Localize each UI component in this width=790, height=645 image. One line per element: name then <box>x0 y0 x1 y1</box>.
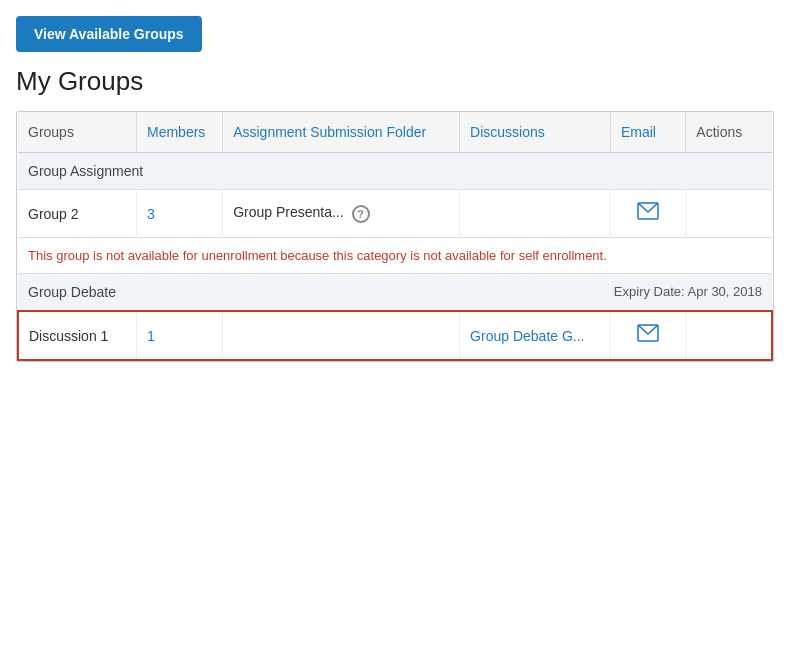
discussion1-discussions-link[interactable]: Group Debate G... <box>470 328 584 344</box>
col-header-members: Members <box>136 112 222 153</box>
table-row-group2: Group 2 3 Group Presenta... ? <box>18 190 772 238</box>
col-header-groups: Groups <box>18 112 136 153</box>
group2-name-cell: Group 2 <box>18 190 136 238</box>
category-debate-name: Group Debate <box>28 284 116 300</box>
discussion1-assignment-cell <box>223 311 460 360</box>
discussion1-members-cell[interactable]: 1 <box>136 311 222 360</box>
group2-assignment-cell: Group Presenta... ? <box>223 190 460 238</box>
col-header-discussions: Discussions <box>460 112 611 153</box>
page-title: My Groups <box>16 66 774 97</box>
discussion1-email-cell[interactable] <box>610 311 685 360</box>
group2-members-cell[interactable]: 3 <box>136 190 222 238</box>
category-label-group-debate: Group Debate Expiry Date: Apr 30, 2018 <box>18 274 772 312</box>
discussion1-discussions-cell[interactable]: Group Debate G... <box>460 311 611 360</box>
col-header-actions: Actions <box>686 112 772 153</box>
groups-table-container: Groups Members Assignment Submission Fol… <box>16 111 774 362</box>
col-header-email: Email <box>610 112 685 153</box>
help-icon[interactable]: ? <box>352 205 370 223</box>
discussion1-members-link[interactable]: 1 <box>147 328 155 344</box>
group2-assignment-text: Group Presenta... <box>233 204 344 220</box>
group2-members-link[interactable]: 3 <box>147 206 155 222</box>
group2-email-icon[interactable] <box>637 204 659 224</box>
info-text: This group is not available for unenroll… <box>18 238 772 274</box>
group2-discussions-cell <box>460 190 611 238</box>
col-header-assignment: Assignment Submission Folder <box>223 112 460 153</box>
discussion1-name-cell: Discussion 1 <box>18 311 136 360</box>
discussion1-actions-cell <box>686 311 772 360</box>
expiry-date: Expiry Date: Apr 30, 2018 <box>614 284 762 299</box>
discussion1-email-icon[interactable] <box>637 326 659 346</box>
discussion1-group-name: Discussion 1 <box>29 328 108 344</box>
category-row-group-assignment: Group Assignment <box>18 153 772 190</box>
group2-actions-cell <box>686 190 772 238</box>
group2-email-cell[interactable] <box>610 190 685 238</box>
table-header-row: Groups Members Assignment Submission Fol… <box>18 112 772 153</box>
view-available-groups-button[interactable]: View Available Groups <box>16 16 202 52</box>
category-row-group-debate: Group Debate Expiry Date: Apr 30, 2018 <box>18 274 772 312</box>
info-row-unenrollment: This group is not available for unenroll… <box>18 238 772 274</box>
table-row-discussion1: Discussion 1 1 Group Debate G... <box>18 311 772 360</box>
category-label-group-assignment: Group Assignment <box>18 153 772 190</box>
groups-table: Groups Members Assignment Submission Fol… <box>17 112 773 361</box>
